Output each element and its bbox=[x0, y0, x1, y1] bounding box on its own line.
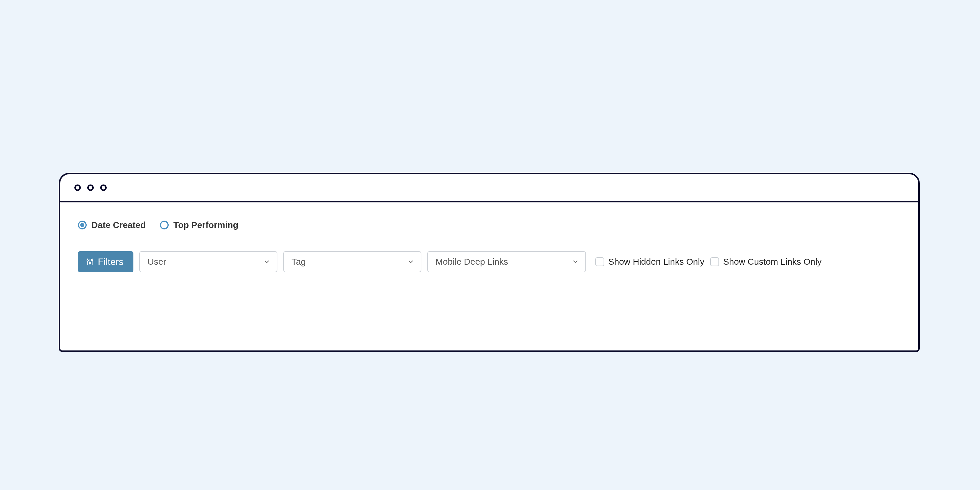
checkbox-label: Show Hidden Links Only bbox=[608, 257, 704, 267]
radio-icon bbox=[160, 221, 169, 229]
window-titlebar bbox=[60, 174, 918, 202]
filter-panel: Date Created Top Performing bbox=[60, 202, 918, 284]
dropdown-label: Tag bbox=[291, 257, 305, 267]
show-custom-links-checkbox[interactable]: Show Custom Links Only bbox=[710, 257, 822, 267]
show-hidden-links-checkbox[interactable]: Show Hidden Links Only bbox=[595, 257, 704, 267]
filters-button[interactable]: Filters bbox=[78, 251, 134, 272]
svg-point-3 bbox=[87, 260, 88, 261]
svg-point-4 bbox=[89, 262, 91, 264]
chevron-down-icon bbox=[407, 258, 414, 265]
dropdown-label: Mobile Deep Links bbox=[436, 257, 508, 267]
checkbox-label: Show Custom Links Only bbox=[723, 257, 822, 267]
user-dropdown[interactable]: User bbox=[139, 251, 277, 272]
checkbox-icon bbox=[710, 257, 719, 266]
window-control-icon bbox=[100, 185, 107, 191]
radio-icon bbox=[78, 221, 87, 229]
radio-label: Date Created bbox=[91, 220, 146, 230]
window-control-icon bbox=[87, 185, 94, 191]
radio-date-created[interactable]: Date Created bbox=[78, 220, 146, 230]
svg-point-5 bbox=[91, 259, 93, 261]
filter-controls: Filters User Tag Mobile Deep Links bbox=[78, 251, 900, 272]
checkbox-icon bbox=[595, 257, 604, 266]
chevron-down-icon bbox=[572, 258, 579, 265]
dropdown-label: User bbox=[148, 257, 166, 267]
filters-button-label: Filters bbox=[98, 256, 123, 267]
radio-label: Top Performing bbox=[173, 220, 238, 230]
tag-dropdown[interactable]: Tag bbox=[283, 251, 422, 272]
chevron-down-icon bbox=[263, 258, 270, 265]
radio-dot-icon bbox=[80, 223, 84, 227]
mobile-deep-links-dropdown[interactable]: Mobile Deep Links bbox=[427, 251, 586, 272]
sliders-icon bbox=[86, 258, 94, 266]
app-window: Date Created Top Performing bbox=[59, 173, 920, 352]
radio-top-performing[interactable]: Top Performing bbox=[160, 220, 238, 230]
sort-options: Date Created Top Performing bbox=[78, 220, 900, 230]
window-control-icon bbox=[74, 185, 81, 191]
